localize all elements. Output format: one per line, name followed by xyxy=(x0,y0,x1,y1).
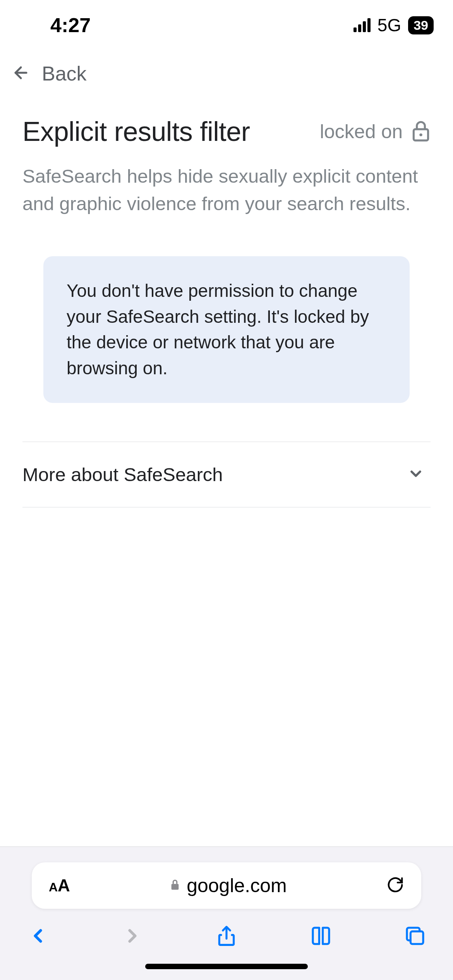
reload-button[interactable] xyxy=(386,876,404,895)
url-text: google.com xyxy=(187,874,287,897)
status-bar: 4:27 5G 39 xyxy=(0,0,453,50)
share-button[interactable] xyxy=(216,925,237,948)
svg-point-2 xyxy=(419,134,422,136)
back-button[interactable]: Back xyxy=(0,50,453,93)
title-row: Explicit results filter locked on xyxy=(22,116,431,147)
lock-icon xyxy=(411,120,431,144)
browser-back-button[interactable] xyxy=(27,925,49,948)
arrow-left-icon xyxy=(12,63,30,84)
chevron-down-icon xyxy=(407,465,424,484)
expandable-label: More about SafeSearch xyxy=(22,464,223,485)
divider xyxy=(22,507,431,507)
safari-toolbar xyxy=(0,909,453,960)
tabs-button[interactable] xyxy=(404,925,426,948)
url-bar[interactable]: AA google.com xyxy=(32,862,421,909)
browser-forward-button xyxy=(122,925,143,948)
svg-rect-4 xyxy=(410,931,423,944)
bookmarks-button[interactable] xyxy=(310,925,332,948)
battery-badge: 39 xyxy=(408,16,434,34)
locked-label: locked on xyxy=(320,120,403,143)
back-label: Back xyxy=(42,62,87,85)
info-box: You don't have permission to change your… xyxy=(43,256,410,403)
more-about-safesearch-toggle[interactable]: More about SafeSearch xyxy=(22,442,431,507)
url-display: google.com xyxy=(70,874,386,897)
svg-rect-3 xyxy=(172,884,179,890)
status-time: 4:27 xyxy=(50,14,91,37)
page-title: Explicit results filter xyxy=(22,116,250,147)
home-indicator[interactable] xyxy=(145,964,308,969)
lock-icon xyxy=(170,878,180,893)
network-label: 5G xyxy=(378,15,401,36)
safari-bottom-bar: AA google.com xyxy=(0,846,453,980)
info-message: You don't have permission to change your… xyxy=(67,278,386,381)
main-content: Explicit results filter locked on SafeSe… xyxy=(0,93,453,507)
description-text: SafeSearch helps hide sexually explicit … xyxy=(22,163,431,218)
text-size-button[interactable]: AA xyxy=(49,876,70,895)
status-right: 5G 39 xyxy=(353,15,434,36)
locked-status: locked on xyxy=(320,120,431,144)
signal-icon xyxy=(353,18,371,32)
